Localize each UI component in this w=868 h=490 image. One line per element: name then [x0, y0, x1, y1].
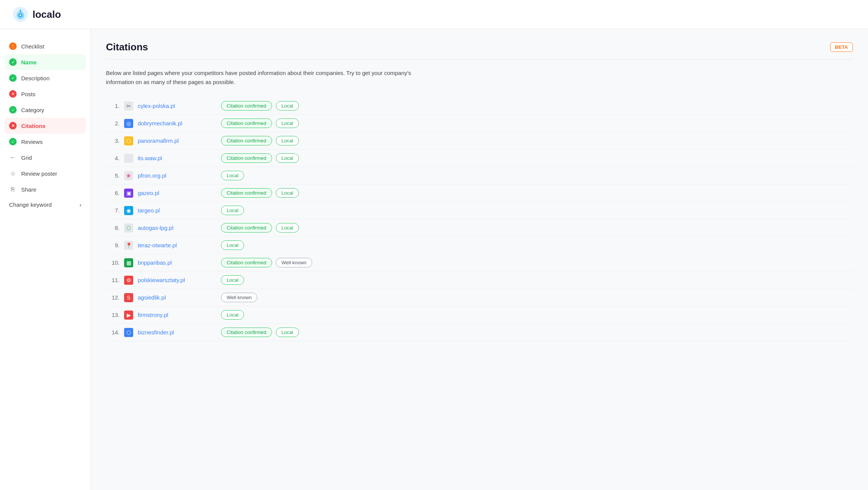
- share-icon: ⎘: [9, 186, 17, 193]
- sidebar-item-share[interactable]: ⎘ Share: [0, 181, 90, 197]
- site-link[interactable]: pfron.org.pl: [138, 172, 213, 179]
- citation-number: 11.: [106, 277, 120, 283]
- tag-badge: Well known: [276, 258, 312, 267]
- site-favicon: ▶: [124, 311, 133, 320]
- tag-badge: Local: [276, 188, 299, 198]
- citation-number: 1.: [106, 103, 120, 109]
- tag-badge: Local: [276, 119, 299, 128]
- site-favicon: ❀: [124, 171, 133, 180]
- citation-number: 3.: [106, 137, 120, 144]
- logo-text: localo: [33, 9, 61, 20]
- site-favicon: ⬡: [124, 328, 133, 337]
- tag-badge: Local: [276, 223, 299, 233]
- tag-badge: Local: [276, 101, 299, 111]
- sidebar-item-label: Review poster: [21, 170, 57, 177]
- sidebar-item-review-poster[interactable]: ☆ Review poster: [0, 165, 90, 181]
- site-favicon: ⬡: [124, 136, 133, 145]
- sidebar-item-posts[interactable]: ✕ Posts: [0, 86, 90, 102]
- site-favicon: 📍: [124, 241, 133, 250]
- site-favicon: ▣: [124, 189, 133, 198]
- citation-list: 1. ✂ cylex-polska.pl Citation confirmed …: [106, 97, 853, 341]
- sidebar-item-category[interactable]: ✓ Category: [0, 102, 90, 118]
- citation-number: 14.: [106, 329, 120, 336]
- site-link[interactable]: cylex-polska.pl: [138, 103, 213, 109]
- sidebar-item-label: Grid: [21, 154, 32, 161]
- citation-row: 11. ⚙ polskiewarsztaty.pl Local: [106, 272, 853, 289]
- confirmed-badge: Citation confirmed: [221, 223, 272, 233]
- site-link[interactable]: bnpparibas.pl: [138, 259, 213, 266]
- site-link[interactable]: dobrymechanik.pl: [138, 120, 213, 126]
- divider: [106, 59, 853, 59]
- badges-area: Local: [221, 206, 244, 215]
- citation-number: 4.: [106, 155, 120, 161]
- sidebar-item-description[interactable]: ✓ Description: [0, 70, 90, 86]
- site-link[interactable]: its.waw.pl: [138, 155, 213, 161]
- chevron-right-icon: ›: [79, 201, 81, 208]
- citation-number: 13.: [106, 312, 120, 318]
- page-title: Citations: [106, 41, 148, 53]
- site-link[interactable]: targeo.pl: [138, 207, 213, 214]
- site-link[interactable]: autogas-lpg.pl: [138, 225, 213, 231]
- citation-row: 5. ❀ pfron.org.pl Local: [106, 167, 853, 184]
- site-favicon: ⬡: [124, 223, 133, 233]
- badges-area: Local: [221, 275, 244, 285]
- logo-icon: [12, 6, 29, 23]
- tag-badge: Local: [221, 275, 244, 285]
- reviews-status-icon: ✓: [9, 138, 17, 145]
- main-content: Citations BETA Below are listed pages wh…: [91, 29, 868, 490]
- citation-row: 8. ⬡ autogas-lpg.pl Citation confirmed L…: [106, 219, 853, 237]
- site-link[interactable]: gazeo.pl: [138, 190, 213, 196]
- sidebar: ! Checklist ✓ Name ✓ Description ✕ Posts…: [0, 29, 91, 490]
- site-favicon: ◉: [124, 206, 133, 215]
- sidebar-item-label: Reviews: [21, 139, 43, 145]
- sidebar-item-reviews[interactable]: ✓ Reviews: [0, 134, 90, 150]
- confirmed-badge: Citation confirmed: [221, 101, 272, 111]
- site-link[interactable]: polskiewarsztaty.pl: [138, 277, 213, 283]
- tag-badge: Local: [221, 171, 244, 180]
- confirmed-badge: Citation confirmed: [221, 188, 272, 198]
- sidebar-item-label: Checklist: [21, 43, 44, 50]
- site-link[interactable]: teraz-otwarte.pl: [138, 242, 213, 248]
- confirmed-badge: Citation confirmed: [221, 258, 272, 267]
- badges-area: Local: [221, 310, 244, 320]
- badges-area: Citation confirmed Local: [221, 119, 299, 128]
- site-link[interactable]: biznesfinder.pl: [138, 329, 213, 336]
- badges-area: Citation confirmed Local: [221, 328, 299, 337]
- site-link[interactable]: agsiedlik.pl: [138, 294, 213, 301]
- site-favicon: ◎: [124, 119, 133, 128]
- citation-row: 9. 📍 teraz-otwarte.pl Local: [106, 237, 853, 254]
- sidebar-item-label: Posts: [21, 91, 36, 97]
- citation-row: 12. S agsiedlik.pl Well known: [106, 289, 853, 306]
- sidebar-item-citations[interactable]: ✕ Citations: [5, 118, 86, 134]
- site-link[interactable]: firmstrony.pl: [138, 312, 213, 318]
- category-status-icon: ✓: [9, 106, 17, 114]
- app-header: localo: [0, 0, 868, 29]
- site-favicon: ▦: [124, 258, 133, 267]
- site-favicon: ⚙: [124, 276, 133, 285]
- citation-row: 7. ◉ targeo.pl Local: [106, 202, 853, 219]
- posts-status-icon: ✕: [9, 90, 17, 98]
- sidebar-item-grid[interactable]: ← Grid: [0, 150, 90, 165]
- description-status-icon: ✓: [9, 74, 17, 82]
- citation-number: 6.: [106, 190, 120, 196]
- site-favicon: [124, 154, 133, 163]
- badges-area: Citation confirmed Local: [221, 223, 299, 233]
- citation-number: 5.: [106, 172, 120, 179]
- badges-area: Local: [221, 240, 244, 250]
- citation-row: 13. ▶ firmstrony.pl Local: [106, 306, 853, 324]
- sidebar-item-name[interactable]: ✓ Name: [5, 54, 86, 70]
- checklist-status-icon: !: [9, 42, 17, 50]
- sidebar-item-checklist[interactable]: ! Checklist: [0, 38, 90, 54]
- citation-row: 3. ⬡ panoramafirm.pl Citation confirmed …: [106, 132, 853, 150]
- badges-area: Citation confirmed Local: [221, 136, 299, 145]
- badges-area: Citation confirmed Local: [221, 153, 299, 163]
- tag-badge: Local: [276, 153, 299, 163]
- name-status-icon: ✓: [9, 58, 17, 66]
- site-link[interactable]: panoramafirm.pl: [138, 137, 213, 144]
- citation-number: 7.: [106, 207, 120, 214]
- citation-row: 14. ⬡ biznesfinder.pl Citation confirmed…: [106, 324, 853, 341]
- confirmed-badge: Citation confirmed: [221, 328, 272, 337]
- back-arrow-icon: ←: [9, 154, 17, 161]
- confirmed-badge: Citation confirmed: [221, 136, 272, 145]
- change-keyword-button[interactable]: Change keyword ›: [0, 197, 90, 212]
